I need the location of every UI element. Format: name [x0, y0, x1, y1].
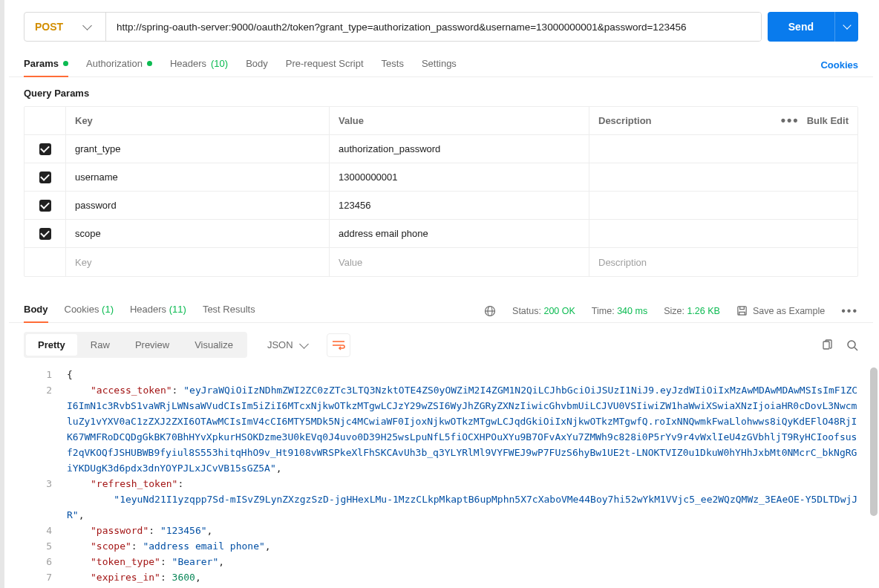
chevron-down-icon: [84, 24, 91, 29]
table-row[interactable]: grant_type authorization_password: [24, 135, 857, 163]
size-label: Size: 1.26 KB: [664, 306, 720, 316]
disk-icon: [736, 305, 748, 316]
vertical-scrollbar[interactable]: [870, 368, 878, 516]
send-button[interactable]: Send: [768, 12, 834, 42]
cookies-link[interactable]: Cookies: [820, 59, 858, 71]
tab-settings[interactable]: Settings: [422, 53, 457, 76]
col-key: Key: [66, 107, 330, 134]
response-body-code[interactable]: 1{ 2"access_token": "eyJraWQiOiIzNDhmZWI…: [9, 367, 873, 588]
tab-prerequest-script[interactable]: Pre-request Script: [286, 53, 364, 76]
response-view-bar: Pretty Raw Preview Visualize JSON: [9, 323, 873, 367]
send-button-group: Send: [768, 12, 858, 42]
query-params-title: Query Params: [9, 77, 873, 106]
request-bar: POST Send: [9, 6, 873, 48]
chevron-down-icon: [301, 343, 308, 347]
col-value: Value: [330, 107, 589, 134]
svg-rect-6: [823, 342, 829, 349]
copy-icon[interactable]: [821, 339, 833, 351]
table-row-empty[interactable]: Key Value Description: [24, 248, 857, 276]
response-tabs: Body Cookies (1) Headers (11) Test Resul…: [9, 299, 873, 323]
resp-tab-cookies[interactable]: Cookies (1): [65, 299, 114, 322]
request-tabs: Params Authorization Headers (10) Body P…: [9, 48, 873, 77]
table-row[interactable]: scope address email phone: [24, 220, 857, 248]
resp-tab-test-results[interactable]: Test Results: [203, 299, 255, 322]
view-pretty[interactable]: Pretty: [26, 334, 77, 356]
checkbox-icon[interactable]: [39, 143, 51, 155]
view-preview[interactable]: Preview: [123, 334, 181, 356]
time-label: Time: 340 ms: [592, 306, 647, 316]
more-icon[interactable]: •••: [841, 304, 858, 318]
send-dropdown[interactable]: [834, 12, 858, 42]
view-raw[interactable]: Raw: [79, 334, 122, 356]
table-row[interactable]: password 123456: [24, 192, 857, 220]
method-url-group: POST: [24, 12, 762, 42]
tab-body[interactable]: Body: [246, 53, 268, 76]
status-dot-icon: [63, 61, 68, 66]
chevron-down-icon: [843, 21, 851, 29]
globe-icon[interactable]: [484, 305, 496, 317]
search-icon[interactable]: [846, 339, 858, 351]
bulk-edit-button[interactable]: Bulk Edit: [807, 115, 849, 126]
status-label: Status: 200 OK: [512, 306, 575, 316]
view-visualize[interactable]: Visualize: [183, 334, 245, 356]
col-description: Description: [589, 107, 776, 134]
tab-tests[interactable]: Tests: [382, 53, 404, 76]
left-sidebar-rail: [0, 0, 4, 588]
save-as-example-button[interactable]: Save as Example: [736, 305, 825, 316]
http-method-label: POST: [35, 21, 63, 33]
tab-authorization[interactable]: Authorization: [86, 53, 152, 76]
checkbox-icon[interactable]: [39, 172, 51, 183]
table-row[interactable]: username 13000000001: [24, 163, 857, 192]
http-method-select[interactable]: POST: [24, 13, 106, 41]
svg-point-7: [848, 341, 855, 348]
svg-line-8: [855, 347, 857, 350]
tab-params[interactable]: Params: [24, 53, 68, 76]
params-table-header: Key Value Description ••• Bulk Edit: [24, 107, 857, 135]
request-url-input[interactable]: [106, 13, 761, 41]
checkbox-icon[interactable]: [39, 200, 51, 212]
wrap-lines-button[interactable]: [327, 333, 350, 357]
resp-tab-body[interactable]: Body: [24, 299, 48, 322]
tab-headers[interactable]: Headers (10): [170, 53, 228, 76]
checkbox-icon[interactable]: [39, 228, 51, 240]
status-dot-icon: [147, 61, 152, 66]
view-mode-tabs: Pretty Raw Preview Visualize: [24, 332, 247, 358]
language-select[interactable]: JSON: [258, 333, 318, 356]
resp-tab-headers[interactable]: Headers (11): [130, 299, 186, 322]
more-icon[interactable]: •••: [781, 113, 800, 128]
params-table: Key Value Description ••• Bulk Edit gran…: [24, 106, 858, 277]
